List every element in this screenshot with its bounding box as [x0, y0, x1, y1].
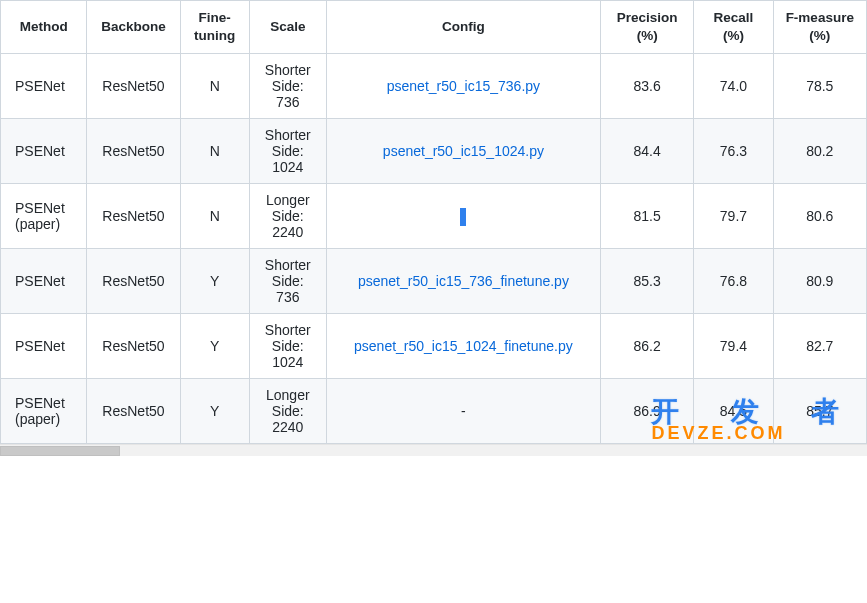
scrollbar-thumb[interactable]	[0, 446, 120, 456]
cell-finetuning: Y	[180, 379, 249, 444]
cell-backbone: ResNet50	[87, 184, 180, 249]
config-link[interactable]: psenet_r50_ic15_1024.py	[383, 143, 544, 159]
cell-config: -	[326, 379, 600, 444]
cell-precision: 81.5	[600, 184, 693, 249]
cell-scale: Longer Side: 2240	[249, 379, 326, 444]
cell-backbone: ResNet50	[87, 54, 180, 119]
config-link[interactable]: psenet_r50_ic15_736.py	[387, 78, 540, 94]
cell-method: PSENet (paper)	[1, 379, 87, 444]
cell-config	[326, 184, 600, 249]
horizontal-scrollbar[interactable]	[0, 444, 867, 456]
cell-recall: 84.5	[694, 379, 773, 444]
cell-config: psenet_r50_ic15_736_finetune.py	[326, 249, 600, 314]
cell-recall: 74.0	[694, 54, 773, 119]
results-table: Method Backbone Fine-tuning Scale Config…	[0, 0, 867, 444]
col-backbone: Backbone	[87, 1, 180, 54]
col-fmeasure: F-measure (%)	[773, 1, 866, 54]
table-header-row: Method Backbone Fine-tuning Scale Config…	[1, 1, 867, 54]
cell-config: psenet_r50_ic15_1024.py	[326, 119, 600, 184]
cell-method: PSENet	[1, 119, 87, 184]
selection-highlight	[460, 208, 466, 226]
cell-method: PSENet	[1, 249, 87, 314]
cell-backbone: ResNet50	[87, 379, 180, 444]
cell-scale: Longer Side: 2240	[249, 184, 326, 249]
cell-fmeasure: 85.7	[773, 379, 866, 444]
cell-backbone: ResNet50	[87, 249, 180, 314]
cell-finetuning: N	[180, 184, 249, 249]
cell-finetuning: Y	[180, 314, 249, 379]
cell-precision: 86.9	[600, 379, 693, 444]
table-row: PSENetResNet50NShorter Side: 1024psenet_…	[1, 119, 867, 184]
cell-backbone: ResNet50	[87, 314, 180, 379]
col-method: Method	[1, 1, 87, 54]
cell-method: PSENet (paper)	[1, 184, 87, 249]
table-row: PSENet (paper)ResNet50NLonger Side: 2240…	[1, 184, 867, 249]
col-scale: Scale	[249, 1, 326, 54]
cell-recall: 76.3	[694, 119, 773, 184]
cell-scale: Shorter Side: 1024	[249, 119, 326, 184]
cell-method: PSENet	[1, 54, 87, 119]
config-link[interactable]: psenet_r50_ic15_1024_finetune.py	[354, 338, 573, 354]
cell-scale: Shorter Side: 736	[249, 54, 326, 119]
table-row: PSENet (paper)ResNet50YLonger Side: 2240…	[1, 379, 867, 444]
cell-fmeasure: 82.7	[773, 314, 866, 379]
cell-fmeasure: 80.6	[773, 184, 866, 249]
cell-precision: 86.2	[600, 314, 693, 379]
table-row: PSENetResNet50YShorter Side: 736psenet_r…	[1, 249, 867, 314]
cell-recall: 79.7	[694, 184, 773, 249]
cell-recall: 76.8	[694, 249, 773, 314]
col-recall: Recall (%)	[694, 1, 773, 54]
cell-fmeasure: 80.9	[773, 249, 866, 314]
cell-finetuning: N	[180, 119, 249, 184]
config-link[interactable]: psenet_r50_ic15_736_finetune.py	[358, 273, 569, 289]
cell-backbone: ResNet50	[87, 119, 180, 184]
cell-scale: Shorter Side: 736	[249, 249, 326, 314]
cell-precision: 84.4	[600, 119, 693, 184]
cell-scale: Shorter Side: 1024	[249, 314, 326, 379]
cell-config: psenet_r50_ic15_1024_finetune.py	[326, 314, 600, 379]
cell-method: PSENet	[1, 314, 87, 379]
cell-finetuning: N	[180, 54, 249, 119]
table-row: PSENetResNet50YShorter Side: 1024psenet_…	[1, 314, 867, 379]
col-finetuning: Fine-tuning	[180, 1, 249, 54]
table-row: PSENetResNet50NShorter Side: 736psenet_r…	[1, 54, 867, 119]
cell-finetuning: Y	[180, 249, 249, 314]
cell-fmeasure: 80.2	[773, 119, 866, 184]
cell-config: psenet_r50_ic15_736.py	[326, 54, 600, 119]
col-config: Config	[326, 1, 600, 54]
cell-precision: 83.6	[600, 54, 693, 119]
cell-precision: 85.3	[600, 249, 693, 314]
col-precision: Precision (%)	[600, 1, 693, 54]
cell-recall: 79.4	[694, 314, 773, 379]
cell-fmeasure: 78.5	[773, 54, 866, 119]
